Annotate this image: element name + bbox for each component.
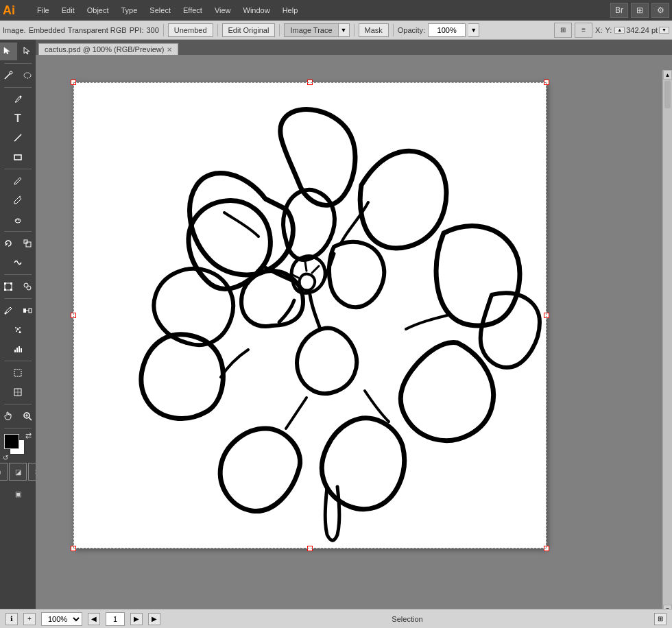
tool-sep-8 [4, 404, 32, 404]
direct-selection-tool[interactable] [19, 43, 36, 60]
image-trace-button[interactable]: Image Trace [284, 23, 338, 37]
scroll-up[interactable]: ▲ [663, 70, 672, 80]
options-right: ⊞ ≡ X: Y: ▲ 342.24 pt ▼ [554, 23, 669, 38]
bridge-icon[interactable]: Br [610, 3, 628, 18]
pencil-tool[interactable] [9, 191, 27, 209]
status-info-btn[interactable]: ℹ [5, 613, 18, 625]
page-arrow[interactable]: ▶ [148, 613, 160, 625]
slice-tool[interactable] [9, 383, 27, 401]
menu-window[interactable]: Window [238, 3, 276, 17]
color-mode-btn[interactable]: ■ [0, 463, 8, 481]
artboard [73, 82, 547, 548]
svg-rect-14 [4, 289, 6, 291]
opacity-arrow[interactable]: ▼ [468, 23, 479, 37]
lasso-tool[interactable] [19, 67, 36, 84]
screen-mode-buttons: ▣ [9, 485, 27, 503]
menu-view[interactable]: View [209, 3, 237, 17]
scroll-down[interactable]: ▼ [663, 605, 672, 609]
shape-builder-tool[interactable] [19, 278, 36, 295]
line-tool[interactable] [9, 129, 27, 147]
menu-edit[interactable]: Edit [56, 3, 80, 17]
tool-sep-2 [4, 87, 32, 88]
menu-type[interactable]: Type [116, 3, 143, 17]
workspace-icon[interactable]: ⊞ [631, 3, 649, 18]
separator-5 [393, 24, 394, 36]
tool-sep-4 [4, 231, 32, 232]
transform-shapebuilder [0, 278, 36, 295]
paintbrush-tool[interactable] [9, 172, 27, 190]
gradient-mode-btn[interactable]: ◪ [9, 463, 27, 481]
reset-colors[interactable]: ↺ [3, 454, 8, 461]
eyedropper-tool[interactable] [0, 302, 17, 319]
type-tool[interactable]: T [9, 110, 27, 128]
status-arrange[interactable]: ⊞ [654, 613, 667, 625]
menu-object[interactable]: Object [82, 3, 115, 17]
menu-select[interactable]: Select [144, 3, 176, 17]
tab-close[interactable]: ✕ [167, 46, 172, 53]
zoom-tool[interactable] [19, 407, 36, 425]
screen-mode-btn[interactable]: ▣ [9, 485, 27, 503]
free-transform-tool[interactable] [0, 278, 17, 295]
menu-effect[interactable]: Effect [178, 3, 208, 17]
svg-point-7 [15, 219, 21, 223]
zoom-next[interactable]: ▶ [130, 613, 143, 625]
cactus-drawing [73, 82, 547, 548]
menu-file[interactable]: File [32, 3, 55, 17]
svg-rect-19 [23, 309, 26, 313]
artboard-tool[interactable] [9, 364, 27, 382]
separator-2 [217, 24, 218, 36]
menu-help[interactable]: Help [277, 3, 304, 17]
warp-tool[interactable] [9, 254, 27, 271]
selection-tool[interactable] [0, 43, 17, 60]
align-icon[interactable]: ≡ [575, 23, 592, 38]
mask-button[interactable]: Mask [359, 23, 389, 37]
svg-point-2 [24, 73, 31, 78]
blend-tool[interactable] [19, 302, 36, 319]
svg-rect-13 [10, 282, 12, 285]
scroll-thumb-v[interactable] [664, 81, 671, 108]
transform-icon[interactable]: ⊞ [554, 23, 572, 38]
opacity-input[interactable] [428, 23, 466, 37]
svg-rect-12 [4, 282, 6, 285]
menu-bar: Ai File Edit Object Type Select Effect V… [0, 0, 672, 21]
tool-sep-7 [4, 361, 32, 361]
page-input[interactable] [106, 612, 125, 626]
status-new-artboard[interactable]: + [23, 613, 36, 625]
rotate-tool[interactable] [0, 234, 17, 252]
status-right-area: ⊞ [654, 613, 667, 625]
separator-3 [279, 24, 280, 36]
coord-up[interactable]: ▲ [614, 27, 625, 34]
zoom-prev[interactable]: ◀ [88, 613, 100, 625]
vertical-scrollbar[interactable]: ▲ ▼ [662, 70, 672, 609]
unembed-button[interactable]: Unembed [168, 23, 213, 37]
pen-tool[interactable] [9, 90, 27, 108]
zoom-select[interactable]: 100% 150% 200% 50% 25% [41, 612, 82, 626]
svg-point-18 [5, 313, 7, 315]
toolbox: T [0, 40, 36, 609]
rectangle-tool[interactable] [9, 148, 27, 166]
tool-sep-3 [4, 169, 32, 169]
wand-lasso-tools [0, 67, 36, 84]
svg-marker-8 [5, 243, 8, 246]
foreground-color[interactable] [4, 434, 19, 449]
svg-rect-20 [29, 309, 32, 313]
blob-brush-tool[interactable] [9, 210, 27, 228]
svg-line-0 [5, 73, 10, 79]
arrange-icon[interactable]: ⚙ [651, 3, 669, 18]
tool-sep-6 [4, 298, 32, 299]
symbol-sprayer-tool[interactable] [9, 321, 27, 339]
document-tab[interactable]: cactus.psd @ 100% (RGB/Preview) ✕ [38, 43, 178, 55]
svg-line-6 [19, 196, 21, 197]
canvas-viewport[interactable]: ▲ ▼ ◀ ▶ [36, 55, 672, 609]
edit-original-button[interactable]: Edit Original [222, 23, 276, 37]
swap-colors[interactable]: ⇄ [25, 431, 32, 440]
canvas-area: cactus.psd @ 100% (RGB/Preview) ✕ [36, 40, 672, 609]
hand-tool[interactable] [0, 407, 17, 425]
ppi-value: 300 [146, 26, 158, 34]
scale-tool[interactable] [19, 234, 36, 252]
graph-tool[interactable] [9, 340, 27, 358]
svg-rect-5 [14, 155, 21, 160]
magic-wand-tool[interactable] [0, 67, 17, 84]
image-trace-arrow[interactable]: ▼ [339, 23, 350, 37]
coord-down[interactable]: ▼ [659, 27, 669, 34]
